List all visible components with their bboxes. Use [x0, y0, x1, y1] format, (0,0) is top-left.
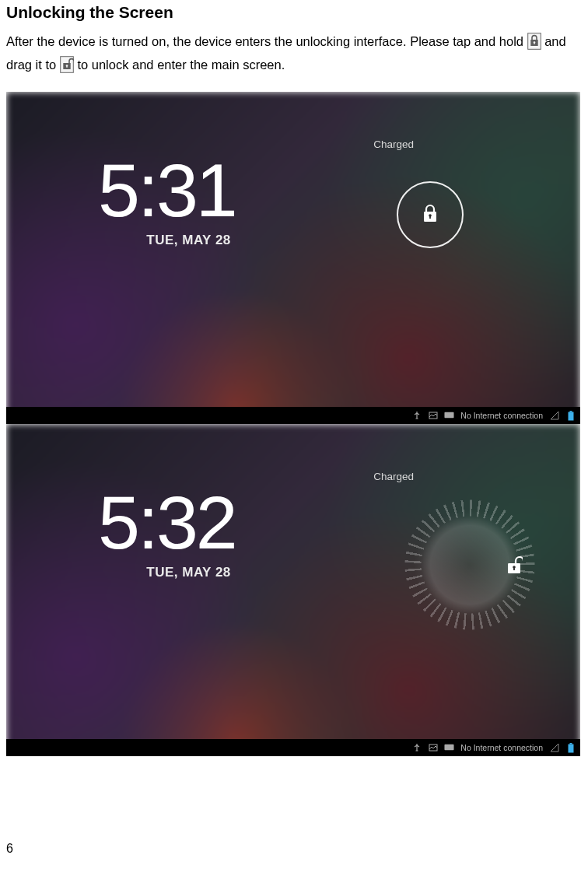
- battery-status-label: Charged: [373, 138, 414, 150]
- usb-icon: [411, 411, 422, 421]
- padlock-icon: [422, 203, 439, 226]
- status-bar: No Internet connection: [6, 739, 580, 756]
- svg-rect-20: [568, 744, 573, 752]
- svg-rect-19: [445, 745, 454, 750]
- image-icon: [428, 743, 438, 753]
- clock-date: TUE, MAY 28: [98, 565, 236, 580]
- signal-icon: [549, 411, 559, 421]
- svg-rect-13: [568, 412, 573, 420]
- usb-icon: [411, 743, 422, 753]
- image-icon: [428, 411, 438, 421]
- unlock-target-icon: [506, 555, 523, 578]
- lock-handle[interactable]: [397, 181, 464, 248]
- svg-rect-21: [569, 743, 572, 745]
- svg-rect-14: [569, 411, 572, 412]
- lock-icon: [527, 33, 541, 50]
- clock-time: 5:31: [98, 152, 236, 228]
- svg-rect-17: [513, 567, 515, 570]
- clock-widget: 5:32 TUE, MAY 28: [98, 485, 236, 580]
- unlock-icon: [60, 56, 74, 73]
- battery-icon: [565, 743, 576, 753]
- battery-icon: [565, 411, 576, 421]
- keyboard-icon: [444, 411, 454, 421]
- clock-widget: 5:31 TUE, MAY 28: [98, 152, 236, 248]
- keyboard-icon: [444, 743, 454, 753]
- text-part-1: After the device is turned on, the devic…: [6, 34, 527, 48]
- page-number: 6: [6, 842, 13, 856]
- svg-rect-3: [534, 42, 534, 44]
- status-bar: No Internet connection: [6, 407, 580, 424]
- unlock-drag-area[interactable]: [390, 485, 549, 644]
- section-heading: Unlocking the Screen: [6, 3, 582, 22]
- wallpaper: [6, 92, 580, 424]
- text-part-3: to unlock and enter the main screen.: [77, 58, 285, 72]
- signal-icon: [549, 743, 559, 753]
- svg-rect-10: [429, 215, 431, 219]
- clock-date: TUE, MAY 28: [98, 233, 236, 248]
- status-text: No Internet connection: [460, 411, 543, 420]
- status-text: No Internet connection: [460, 743, 543, 752]
- svg-rect-7: [66, 65, 67, 67]
- lockscreen-screenshot-dragging: Charged 5:32 TUE, MAY 28: [6, 424, 580, 756]
- clock-time: 5:32: [98, 485, 236, 560]
- lockscreen-screenshot-locked: Charged 5:31 TUE, MAY 28: [6, 92, 580, 424]
- battery-status-label: Charged: [373, 471, 414, 482]
- instruction-paragraph: After the device is turned on, the devic…: [6, 30, 582, 76]
- svg-rect-12: [445, 412, 454, 418]
